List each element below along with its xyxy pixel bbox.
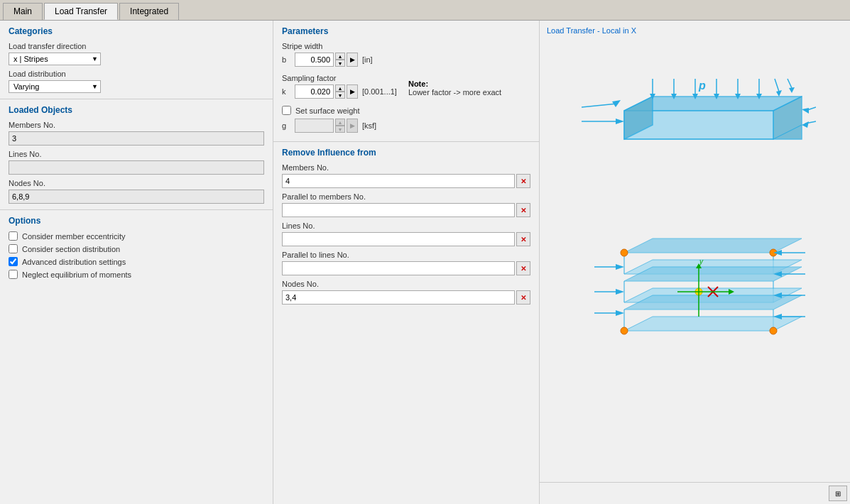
parameters-title: Parameters xyxy=(282,26,530,36)
sampling-spin-down[interactable]: ▼ xyxy=(335,92,345,99)
left-panel: Categories Load transfer direction x | S… xyxy=(0,21,273,504)
options-title: Options xyxy=(9,216,264,226)
sampling-input[interactable] xyxy=(295,84,334,99)
distribution-dropdown[interactable]: Varying xyxy=(9,80,101,93)
svg-line-25 xyxy=(582,104,617,107)
svg-point-46 xyxy=(770,327,777,334)
checkbox-row-section-dist: Consider section distribution xyxy=(9,244,264,253)
g-nav-btn[interactable]: ▶ xyxy=(347,119,358,133)
lo-nodes-input[interactable] xyxy=(9,190,264,204)
svg-point-45 xyxy=(621,327,628,334)
g-input-wrap: ▲ ▼ ▶ xyxy=(295,119,358,133)
direction-dropdown[interactable]: x | Stripes xyxy=(9,53,101,65)
svg-marker-39 xyxy=(624,295,802,309)
sampling-input-wrap: ▲ ▼ ▶ xyxy=(295,84,358,99)
sampling-factor-label: Sampling factor xyxy=(282,74,397,82)
tab-load-transfer[interactable]: Load Transfer xyxy=(44,3,118,20)
ri-members-clear[interactable]: ✕ xyxy=(516,174,530,188)
g-spin-down[interactable]: ▼ xyxy=(335,126,345,133)
ri-parallel-members-row: ✕ xyxy=(282,203,530,217)
surface-weight-row: Set surface weight xyxy=(282,106,530,115)
ri-nodes-clear[interactable]: ✕ xyxy=(516,290,530,305)
stripe-width-spinners: ▲ ▼ xyxy=(335,53,345,67)
k-key: k xyxy=(282,87,290,96)
note-text: Lower factor -> more exact xyxy=(408,88,501,97)
checkbox-row-advanced: Advanced distribution settings xyxy=(9,257,264,266)
svg-text:y: y xyxy=(699,258,704,265)
toolbar-icon-button[interactable]: ⊞ xyxy=(829,486,847,501)
checkbox-neglect-equilibrium[interactable] xyxy=(9,270,18,279)
diagram-area: p xyxy=(540,38,850,482)
tab-bar: Main Load Transfer Integrated xyxy=(0,0,850,21)
g-spin-up[interactable]: ▲ xyxy=(335,119,345,126)
distribution-dropdown-wrap: Varying ▼ xyxy=(9,80,101,93)
svg-marker-30 xyxy=(802,121,809,128)
svg-marker-20 xyxy=(776,90,782,97)
main-container: Main Load Transfer Integrated Categories… xyxy=(0,0,850,504)
ri-parallel-members-label: Parallel to members No. xyxy=(282,192,530,201)
surface-weight-label[interactable]: Set surface weight xyxy=(295,106,360,115)
lo-lines-input[interactable] xyxy=(9,160,264,175)
direction-dropdown-wrap: x | Stripes ▼ xyxy=(9,53,101,65)
stripe-width-spin-down[interactable]: ▼ xyxy=(335,60,345,67)
surface-weight-checkbox[interactable] xyxy=(282,106,291,115)
ri-lines-clear[interactable]: ✕ xyxy=(516,232,530,246)
svg-point-43 xyxy=(621,249,628,256)
tab-main[interactable]: Main xyxy=(3,3,43,20)
checkbox-advanced-distribution[interactable] xyxy=(9,257,18,266)
ri-lines-row: ✕ xyxy=(282,232,530,246)
lo-lines-label: Lines No. xyxy=(9,150,264,158)
checkbox-eccentricity-label[interactable]: Consider member eccentricity xyxy=(22,232,126,241)
g-row: g ▲ ▼ ▶ [ksf] xyxy=(282,119,530,133)
stripe-width-spin-up[interactable]: ▲ xyxy=(335,53,345,60)
content-area: Categories Load transfer direction x | S… xyxy=(0,21,850,504)
svg-line-19 xyxy=(775,79,779,92)
right-title-text: Load Transfer - Local in xyxy=(547,26,631,35)
options-section: Options Consider member eccentricity Con… xyxy=(0,210,273,288)
lo-members-input[interactable] xyxy=(9,131,264,146)
ri-nodes-row: ✕ xyxy=(282,290,530,305)
stripe-width-input[interactable] xyxy=(295,53,334,67)
categories-title: Categories xyxy=(9,26,264,36)
ri-parallel-lines-label: Parallel to lines No. xyxy=(282,251,530,259)
categories-section: Categories Load transfer direction x | S… xyxy=(0,21,273,99)
sampling-spin-up[interactable]: ▲ xyxy=(335,84,345,92)
checkbox-section-distribution-label[interactable]: Consider section distribution xyxy=(22,245,120,253)
middle-panel: Parameters Stripe width b ▲ ▼ ▶ [in] xyxy=(273,21,540,504)
stripe-width-label: Stripe width xyxy=(282,42,530,50)
stripe-width-unit: [in] xyxy=(362,55,373,64)
checkbox-eccentricity[interactable] xyxy=(9,231,18,241)
right-title-axis: X xyxy=(631,26,636,35)
checkbox-row-neglect: Neglect equilibrium of moments xyxy=(9,270,264,279)
svg-marker-60 xyxy=(616,310,624,316)
svg-marker-24 xyxy=(616,119,624,124)
ri-parallel-lines-clear[interactable]: ✕ xyxy=(516,261,530,275)
lo-members-label: Members No. xyxy=(9,121,264,129)
checkbox-advanced-distribution-label[interactable]: Advanced distribution settings xyxy=(22,258,126,266)
note-box: Note: Lower factor -> more exact xyxy=(408,80,501,97)
checkbox-section-distribution[interactable] xyxy=(9,244,18,253)
svg-text:p: p xyxy=(698,80,706,92)
ri-lines-input[interactable] xyxy=(282,232,515,246)
ri-lines-label: Lines No. xyxy=(282,221,530,230)
checkbox-row-eccentricity: Consider member eccentricity xyxy=(9,231,264,241)
g-key: g xyxy=(282,121,290,130)
svg-marker-56 xyxy=(616,264,624,270)
sampling-nav-btn[interactable]: ▶ xyxy=(347,84,358,99)
parameters-section: Parameters Stripe width b ▲ ▼ ▶ [in] xyxy=(273,21,539,141)
ri-nodes-input[interactable] xyxy=(282,290,515,305)
ri-members-input[interactable] xyxy=(282,174,515,188)
distribution-label: Load distribution xyxy=(9,70,264,78)
stripe-width-nav-btn[interactable]: ▶ xyxy=(347,53,358,67)
ri-parallel-members-input[interactable] xyxy=(282,203,515,217)
ri-parallel-lines-input[interactable] xyxy=(282,261,515,275)
ri-nodes-label: Nodes No. xyxy=(282,280,530,288)
lo-nodes-label: Nodes No. xyxy=(9,179,264,187)
checkbox-neglect-equilibrium-label[interactable]: Neglect equilibrium of moments xyxy=(22,270,131,279)
tab-integrated[interactable]: Integrated xyxy=(119,3,179,20)
direction-label: Load transfer direction xyxy=(9,42,264,50)
g-spinners: ▲ ▼ xyxy=(335,119,345,133)
g-input[interactable] xyxy=(295,119,334,133)
ri-parallel-members-clear[interactable]: ✕ xyxy=(516,203,530,217)
sampling-range: [0.001...1] xyxy=(362,87,397,96)
